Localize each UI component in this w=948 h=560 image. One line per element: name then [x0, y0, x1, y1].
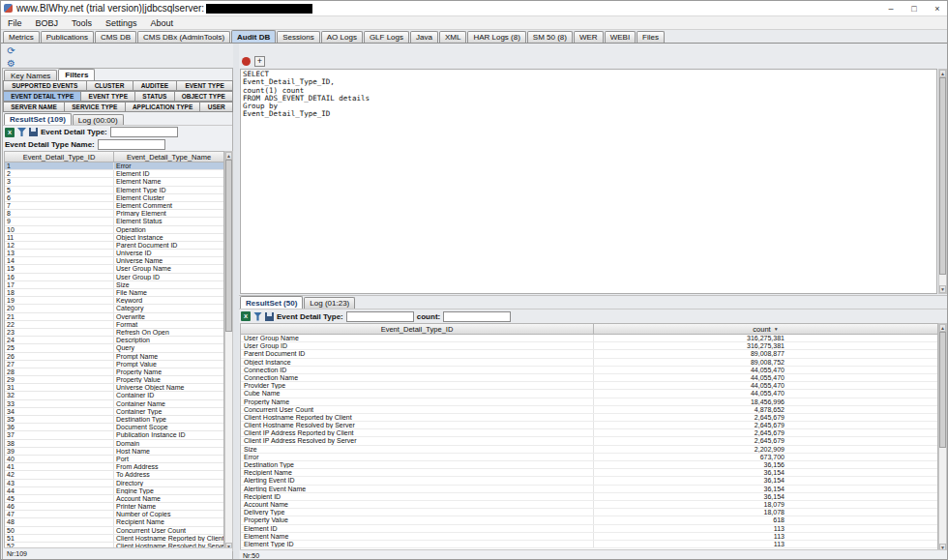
table-row[interactable]: 18 File Name: [5, 289, 223, 297]
table-row[interactable]: 10 Operation: [5, 226, 223, 234]
table-row[interactable]: 1 Error: [5, 162, 223, 170]
menu-item[interactable]: About: [144, 16, 181, 29]
table-row[interactable]: 31 Universe Object Name: [5, 384, 223, 392]
table-row[interactable]: Provider Type 44,055,470: [241, 382, 937, 390]
main-tab[interactable]: Java: [410, 31, 438, 43]
scroll-down-icon[interactable]: ▼: [939, 285, 946, 293]
menu-item[interactable]: Settings: [99, 16, 144, 29]
main-tab[interactable]: XML: [439, 31, 466, 43]
table-row[interactable]: Property Name 18,456,996: [241, 398, 937, 406]
scroll-track[interactable]: [225, 160, 232, 543]
table-row[interactable]: 2 Element ID: [5, 170, 223, 178]
table-row[interactable]: Element Name 113: [241, 533, 937, 541]
column-header-event-detail-type-id[interactable]: Event_Detail_Type_ID: [241, 324, 594, 334]
maximize-button[interactable]: □: [903, 1, 926, 15]
table-row[interactable]: 35 Destination Type: [5, 416, 223, 424]
table-row[interactable]: Account Name 18,079: [241, 501, 937, 509]
table-row[interactable]: 9 Element Status: [5, 218, 223, 225]
table-row[interactable]: Delivery Type 18,078: [241, 509, 937, 516]
add-icon[interactable]: +: [254, 56, 265, 67]
event-detail-type-name-input[interactable]: [98, 139, 165, 150]
stop-icon[interactable]: [242, 57, 251, 66]
main-tab[interactable]: Metrics: [3, 31, 40, 43]
left-table-scrollbar[interactable]: ▲ ▼: [224, 151, 233, 551]
main-tab[interactable]: HAR Logs (8): [467, 31, 525, 43]
table-row[interactable]: 38 Domain: [5, 440, 223, 448]
table-row[interactable]: User Group Name 316,275,381: [241, 335, 937, 342]
result-tab[interactable]: Log (01:23): [304, 297, 355, 309]
table-row[interactable]: Parent Document ID 89,008,877: [241, 350, 937, 358]
table-row[interactable]: Size 2,202,909: [241, 446, 937, 454]
table-row[interactable]: 22 Format: [5, 321, 223, 329]
main-tab[interactable]: Files: [637, 31, 665, 43]
table-row[interactable]: Object Instance 89,008,752: [241, 359, 937, 367]
event-detail-type-input[interactable]: [346, 311, 414, 322]
table-row[interactable]: 12 Parent Document ID: [5, 242, 223, 250]
resultset-tab[interactable]: ResultSet (109): [4, 113, 72, 125]
table-row[interactable]: 28 Property Name: [5, 368, 223, 376]
table-row[interactable]: 14 Universe Name: [5, 257, 223, 265]
close-button[interactable]: ×: [926, 1, 948, 15]
table-row[interactable]: 48 Recipient Name: [5, 518, 223, 526]
table-row[interactable]: Recipient ID 36,154: [241, 493, 937, 501]
table-row[interactable]: 44 Engine Type: [5, 487, 223, 495]
save-icon[interactable]: [29, 128, 38, 136]
table-row[interactable]: 20 Category: [5, 305, 223, 312]
minimize-button[interactable]: –: [879, 1, 903, 15]
table-row[interactable]: Connection ID 44,055,470: [241, 367, 937, 374]
main-tab[interactable]: SM 50 (8): [527, 31, 573, 43]
table-row[interactable]: Destination Type 36,156: [241, 461, 937, 469]
table-row[interactable]: Alerting Event ID 36,154: [241, 477, 937, 485]
filter-tab[interactable]: SERVER NAME: [3, 102, 65, 112]
filter-icon[interactable]: [253, 312, 262, 321]
menu-item[interactable]: File: [1, 16, 29, 29]
table-row[interactable]: 33 Container Name: [5, 400, 223, 408]
table-row[interactable]: 46 Printer Name: [5, 503, 223, 511]
main-tab[interactable]: CMS DB: [95, 31, 136, 43]
scroll-thumb[interactable]: [939, 332, 946, 448]
table-row[interactable]: 27 Prompt Value: [5, 361, 223, 368]
table-row[interactable]: 16 User Group ID: [5, 274, 223, 281]
table-row[interactable]: Client IP Address Reported by Client 2,6…: [241, 429, 937, 437]
column-header-id[interactable]: Event_Detail_Type_ID: [5, 152, 114, 162]
scroll-up-icon[interactable]: ▲: [225, 152, 232, 160]
event-detail-type-input[interactable]: [110, 127, 178, 137]
filter-tab[interactable]: EVENT TYPE: [176, 80, 233, 91]
result-table-scrollbar[interactable]: ▲ ▼: [938, 323, 947, 552]
result-tab[interactable]: ResultSet (50): [240, 296, 303, 309]
table-row[interactable]: Property Value 618: [241, 516, 937, 524]
left-panel-tab[interactable]: Key Names: [4, 70, 57, 80]
table-row[interactable]: 42 To Address: [5, 471, 223, 479]
table-row[interactable]: Recipient Name 36,154: [241, 469, 937, 477]
main-tab[interactable]: AO Logs: [321, 31, 363, 43]
table-row[interactable]: 34 Container Type: [5, 408, 223, 416]
filter-tab[interactable]: USER: [199, 102, 233, 112]
sql-scrollbar[interactable]: ▲ ▼: [938, 69, 947, 294]
table-row[interactable]: 21 Overwrite: [5, 313, 223, 321]
table-row[interactable]: User Group ID 316,275,381: [241, 342, 937, 350]
main-tab[interactable]: CMS DBx (AdminTools): [137, 31, 230, 43]
table-row[interactable]: 51 Client Hostname Reported by Client: [5, 535, 223, 543]
scroll-track[interactable]: [939, 332, 946, 544]
table-row[interactable]: Element ID 113: [241, 525, 937, 533]
main-tab[interactable]: WER: [574, 31, 604, 43]
table-row[interactable]: 25 Query: [5, 344, 223, 352]
table-row[interactable]: 32 Container ID: [5, 392, 223, 399]
table-row[interactable]: 15 User Group Name: [5, 265, 223, 273]
table-row[interactable]: Alerting Event Name 36,154: [241, 486, 937, 493]
table-row[interactable]: Client IP Address Resolved by Server 2,6…: [241, 437, 937, 445]
table-row[interactable]: 50 Concurrent User Count: [5, 527, 223, 535]
count-input[interactable]: [443, 311, 511, 322]
table-row[interactable]: 41 From Address: [5, 463, 223, 471]
table-row[interactable]: 43 Directory: [5, 480, 223, 487]
table-row[interactable]: 17 Size: [5, 281, 223, 289]
table-row[interactable]: Client Hostname Resolved by Server 2,645…: [241, 422, 937, 429]
sql-editor[interactable]: SELECTEvent_Detail_Type_ID,count(1) coun…: [240, 69, 937, 294]
table-row[interactable]: 45 Account Name: [5, 495, 223, 503]
resultset-tab[interactable]: Log (00:00): [73, 114, 124, 125]
filter-icon[interactable]: [17, 128, 26, 136]
table-row[interactable]: Cube Name 44,055,470: [241, 390, 937, 398]
filter-tab[interactable]: SERVICE TYPE: [64, 102, 126, 112]
table-row[interactable]: 23 Refresh On Open: [5, 329, 223, 337]
filter-tab[interactable]: CLUSTER: [86, 80, 133, 91]
